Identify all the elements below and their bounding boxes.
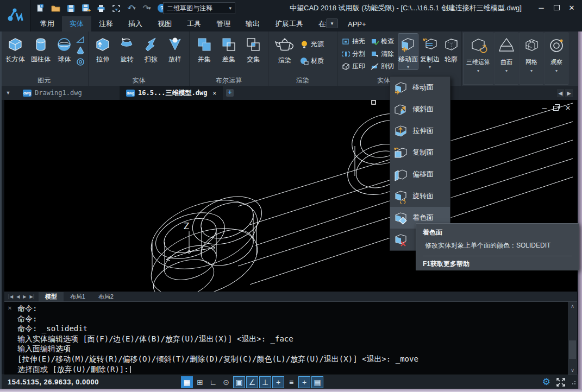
torus-icon[interactable] — [76, 58, 85, 66]
minimize-button[interactable]: ─ — [536, 3, 546, 12]
tab-gongju[interactable]: 工具 — [179, 16, 209, 31]
app-logo[interactable] — [0, 0, 31, 31]
menu-item-move-face[interactable]: 移动面 — [390, 77, 450, 98]
menu-item-offset-face[interactable]: 偏移面 — [390, 163, 450, 185]
move-face-caret-icon[interactable]: ▾ — [407, 65, 409, 69]
menu-item-copy-face[interactable]: 复制面 — [390, 142, 450, 163]
dyn-input-toggle[interactable]: + — [272, 376, 284, 388]
redo-button[interactable]: ↷▾ — [140, 2, 153, 14]
move-face-button[interactable]: 移动面 ▾ — [398, 34, 418, 69]
lineweight-toggle[interactable]: ≡ — [285, 376, 297, 388]
scroll-down-icon[interactable]: ∨ — [571, 368, 574, 375]
slice-button[interactable]: 剖切 — [370, 60, 395, 73]
print-button[interactable] — [95, 2, 108, 14]
wedge-icon[interactable] — [76, 36, 85, 43]
doc-tab-model[interactable]: dwg 16.5...三维模型.dwg ✕ — [120, 86, 223, 100]
ducs-toggle[interactable]: ⊥ — [259, 376, 271, 388]
sweep-button[interactable]: 扫掠 — [139, 34, 163, 64]
doc-tab-menu-button[interactable]: ▼ — [0, 86, 16, 100]
tab-model-space[interactable]: 模型 — [39, 292, 64, 301]
tab-app-plus[interactable]: APP+ — [340, 16, 374, 31]
outline-button[interactable]: 轮廓 — [442, 34, 460, 64]
tab-kuozhangongju[interactable]: 扩展工具 — [267, 16, 311, 31]
loft-button[interactable]: 放样 — [163, 34, 187, 64]
preview-button[interactable] — [110, 2, 123, 14]
doc-tab-drawing1[interactable]: dwg Drawing1.dwg — [16, 86, 120, 100]
cone-icon[interactable] — [76, 46, 85, 55]
light-button[interactable]: 光源 — [299, 38, 325, 50]
sphere-button[interactable]: 球体 — [54, 34, 75, 64]
ribbon-collapse-button[interactable]: ▾ — [326, 18, 338, 28]
tab-layout1[interactable]: 布局1 — [64, 292, 92, 301]
open-file-button[interactable] — [49, 2, 62, 14]
new-file-button[interactable] — [34, 2, 47, 14]
grid-toggle[interactable]: ▦ — [181, 376, 193, 388]
tab-zhushi[interactable]: 注释 — [91, 16, 121, 31]
doc-tab-scroll-left[interactable]: ◀ — [557, 89, 565, 97]
copy-edge-caret-icon[interactable]: ▾ — [429, 65, 431, 69]
doc-tab-close-icon[interactable]: ✕ — [212, 90, 216, 97]
osnap-toggle[interactable]: ▣ — [233, 376, 245, 388]
tab-shuchu[interactable]: 输出 — [238, 16, 267, 31]
layout-nav-prev[interactable]: ◀ — [16, 294, 20, 299]
undo-button[interactable]: ↶▾ — [125, 2, 138, 14]
doc-minimize-button[interactable]: ─ — [542, 104, 547, 112]
resize-grip[interactable] — [571, 380, 575, 384]
copy-edge-button[interactable]: 复制边 ▾ — [420, 34, 440, 69]
tab-layout2[interactable]: 布局2 — [92, 292, 120, 301]
tab-changyong[interactable]: 常用 — [33, 16, 62, 31]
3d-operations-caret-icon[interactable]: ▾ — [477, 68, 479, 73]
save-button[interactable] — [64, 2, 77, 14]
layout-nav-last[interactable]: ▶ — [29, 294, 34, 299]
tab-guanli[interactable]: 管理 — [209, 16, 238, 31]
grip-point[interactable] — [372, 100, 376, 104]
add-selection-toggle[interactable]: + — [298, 376, 310, 388]
menu-item-rotate-face[interactable]: 旋转面 — [390, 185, 450, 207]
tab-charu[interactable]: 插入 — [121, 16, 150, 31]
revolve-button[interactable]: 旋转 — [115, 34, 139, 64]
extrude-button[interactable]: 拉伸 — [91, 34, 115, 64]
scrollbar-thumb[interactable] — [569, 340, 576, 359]
surface-button[interactable]: 曲面 ▾ — [495, 33, 518, 85]
menu-item-taper-face[interactable]: 倾斜面 — [390, 98, 450, 120]
tab-shiti[interactable]: 实体 — [62, 16, 91, 31]
surface-caret-icon[interactable]: ▾ — [505, 68, 508, 73]
undo-caret-icon[interactable]: ▾ — [133, 5, 136, 11]
layout-nav-first[interactable]: ◀ — [9, 294, 13, 299]
doc-tab-scroll-right[interactable]: ▶ — [565, 89, 573, 97]
doc-close-button[interactable]: ✕ — [565, 104, 571, 112]
workspace-selector[interactable]: 二维草图与注释 ▾ — [163, 2, 235, 14]
render-button[interactable]: 渲染 — [271, 34, 299, 65]
polar-toggle[interactable]: ⊙ — [220, 376, 232, 388]
settings-button[interactable]: ⚙ — [542, 376, 550, 388]
3d-operations-button[interactable]: 三维运算 ▾ — [463, 33, 493, 85]
material-button[interactable]: 材质 — [299, 55, 325, 67]
fullscreen-button[interactable] — [556, 377, 566, 387]
observe-button[interactable]: 观察 ▾ — [545, 33, 568, 85]
mesh-caret-icon[interactable]: ▾ — [530, 68, 533, 73]
layout-nav-next[interactable]: ▶ — [23, 294, 26, 299]
separate-button[interactable]: 分割 — [341, 48, 366, 60]
doc-restore-button[interactable] — [553, 106, 559, 111]
clean-button[interactable]: 清除 — [370, 48, 395, 60]
command-prompt[interactable]: 选择面或 [放弃(U)/删除(R)]: — [17, 364, 566, 375]
viewport-toggle[interactable]: ▤ — [311, 376, 323, 388]
close-button[interactable]: ✕ — [567, 3, 577, 12]
menu-item-extrude-face[interactable]: 拉伸面 — [390, 120, 450, 142]
redo-caret-icon[interactable]: ▾ — [148, 5, 151, 11]
tab-shitu[interactable]: 视图 — [150, 16, 179, 31]
subtract-button[interactable]: 差集 — [217, 34, 240, 64]
mesh-button[interactable]: 网格 ▾ — [520, 33, 543, 85]
new-doc-tab-button[interactable]: + — [223, 86, 237, 100]
cylinder-button[interactable]: 圆柱体 — [28, 34, 53, 64]
command-scrollbar[interactable]: ∧ ∨ — [568, 302, 577, 375]
observe-caret-icon[interactable]: ▾ — [555, 68, 558, 73]
save-as-button[interactable] — [79, 2, 92, 14]
imprint-button[interactable]: 压印 — [341, 60, 366, 73]
union-button[interactable]: 并集 — [193, 34, 216, 64]
snap-toggle[interactable]: ⊞ — [194, 376, 206, 388]
command-close-icon[interactable]: ✕ — [8, 305, 12, 311]
box-button[interactable]: 长方体 — [2, 34, 28, 64]
check-button[interactable]: 检查 — [370, 35, 395, 48]
intersect-button[interactable]: 交集 — [242, 34, 265, 64]
